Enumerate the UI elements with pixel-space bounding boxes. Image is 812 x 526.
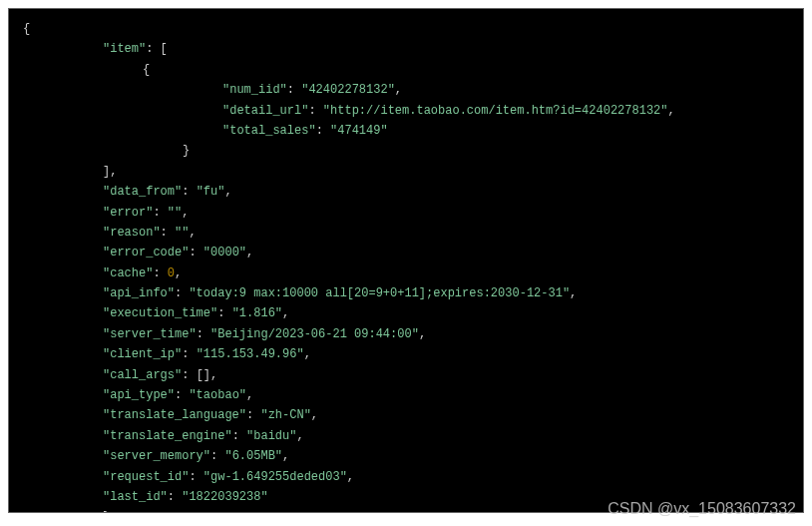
json-value: "" <box>175 226 189 240</box>
json-punct: : <box>175 388 189 402</box>
json-value: "Beijing/2023-06-21 09:44:00" <box>210 327 419 341</box>
json-key: "data_from" <box>103 185 182 199</box>
json-value: "1.816" <box>232 306 282 320</box>
json-value: "today:9 max:10000 all[20=9+0+11];expire… <box>189 286 570 300</box>
code-line: "server_memory": "6.05MB", <box>23 446 789 466</box>
json-punct: : <box>287 83 301 97</box>
json-punct: : <box>175 286 189 300</box>
json-value: "gw-1.649255deded03" <box>203 470 347 484</box>
json-key: "server_memory" <box>103 449 210 463</box>
json-punct: : <box>153 266 167 280</box>
json-punct: : <box>232 429 246 443</box>
code-line: "detail_url": "http://item.taobao.com/it… <box>23 101 789 121</box>
json-punct: : <box>182 368 196 382</box>
json-punct: : <box>182 185 196 199</box>
json-comma: , <box>175 266 182 280</box>
json-key: "api_type" <box>103 388 175 402</box>
json-punct: : <box>153 206 167 220</box>
json-comma: , <box>311 408 318 422</box>
code-line: "total_sales": "474149" <box>23 121 789 141</box>
json-comma: , <box>296 429 303 443</box>
code-line: "last_id": "1822039238" <box>23 487 789 507</box>
json-key: "item" <box>103 42 146 56</box>
json-value: "fu" <box>197 185 225 199</box>
json-comma: , <box>570 286 577 300</box>
json-punct: ], <box>103 165 117 179</box>
json-key: "server_time" <box>103 327 197 341</box>
code-line: "server_time": "Beijing/2023-06-21 09:44… <box>23 324 789 344</box>
code-line: "error": "", <box>23 203 789 223</box>
json-key: "total_sales" <box>222 124 316 138</box>
json-value: "6.05MB" <box>224 449 282 463</box>
code-line: } <box>23 141 789 161</box>
json-key: "client_ip" <box>103 347 182 361</box>
code-line: { <box>23 60 789 80</box>
json-key: "cache" <box>103 266 153 280</box>
brace-open: { <box>23 22 30 36</box>
json-punct: : <box>161 226 175 240</box>
json-key: "call_args" <box>103 368 182 382</box>
json-value: "1822039238" <box>182 490 267 504</box>
code-line: "item": [ <box>23 39 789 59</box>
code-line: "api_info": "today:9 max:10000 all[20=9+… <box>23 283 789 303</box>
json-value: "474149" <box>330 124 388 138</box>
json-punct: : <box>189 246 203 260</box>
code-line: { <box>23 19 789 39</box>
code-line: ], <box>23 162 789 182</box>
code-line: "cache": 0, <box>23 263 789 283</box>
json-comma: , <box>224 185 231 199</box>
json-key: "api_info" <box>103 286 175 300</box>
json-comma: , <box>282 449 289 463</box>
brace-close: } <box>183 144 190 158</box>
code-line: } <box>23 507 789 513</box>
json-key: "translate_language" <box>103 408 246 422</box>
json-comma: , <box>189 226 196 240</box>
json-punct: : <box>308 104 322 118</box>
code-line: "client_ip": "115.153.49.96", <box>23 344 789 364</box>
json-punct: : <box>182 347 196 361</box>
code-line: "call_args": [], <box>23 365 789 385</box>
json-punct: : <box>217 306 231 320</box>
code-line: "execution_time": "1.816", <box>23 303 789 323</box>
json-value: "zh-CN" <box>260 408 310 422</box>
json-punct: : <box>246 408 260 422</box>
json-value: "http://item.taobao.com/item.htm?id=4240… <box>323 104 668 118</box>
json-key: "execution_time" <box>103 306 217 320</box>
json-comma: , <box>246 388 253 402</box>
json-punct: : <box>210 449 224 463</box>
json-punct: : <box>168 490 182 504</box>
json-key: "num_iid" <box>222 83 287 97</box>
json-key: "error" <box>103 206 153 220</box>
json-key: "request_id" <box>103 470 189 484</box>
code-line: "error_code": "0000", <box>23 243 789 263</box>
brace-open: { <box>143 63 150 77</box>
json-comma: , <box>182 206 189 220</box>
json-value: "0000" <box>203 246 246 260</box>
code-line: "num_iid": "42402278132", <box>23 80 789 100</box>
json-punct: : [ <box>146 42 168 56</box>
json-punct: : <box>197 327 210 341</box>
json-punct: : <box>316 124 330 138</box>
json-value: "taobao" <box>189 388 246 402</box>
code-block: { "item": [ { "num_iid": "42402278132", … <box>8 8 804 513</box>
code-line: "translate_language": "zh-CN", <box>23 405 789 425</box>
json-value: 0 <box>168 266 175 280</box>
json-key: "last_id" <box>103 490 168 504</box>
json-comma: , <box>667 104 674 118</box>
code-line: "data_from": "fu", <box>23 182 789 202</box>
json-comma: , <box>347 470 354 484</box>
json-comma: , <box>304 347 311 361</box>
json-value: "" <box>168 206 182 220</box>
json-comma: , <box>395 83 402 97</box>
code-line: "reason": "", <box>23 223 789 243</box>
json-value: "42402278132" <box>301 83 395 97</box>
json-value: "baidu" <box>246 429 296 443</box>
json-key: "reason" <box>103 226 161 240</box>
code-line: "request_id": "gw-1.649255deded03", <box>23 467 789 487</box>
json-key: "error_code" <box>103 246 189 260</box>
json-key: "translate_engine" <box>103 429 232 443</box>
json-comma: , <box>246 246 253 260</box>
json-key: "detail_url" <box>222 104 308 118</box>
brace-close: } <box>103 510 110 513</box>
json-comma: , <box>282 306 289 320</box>
